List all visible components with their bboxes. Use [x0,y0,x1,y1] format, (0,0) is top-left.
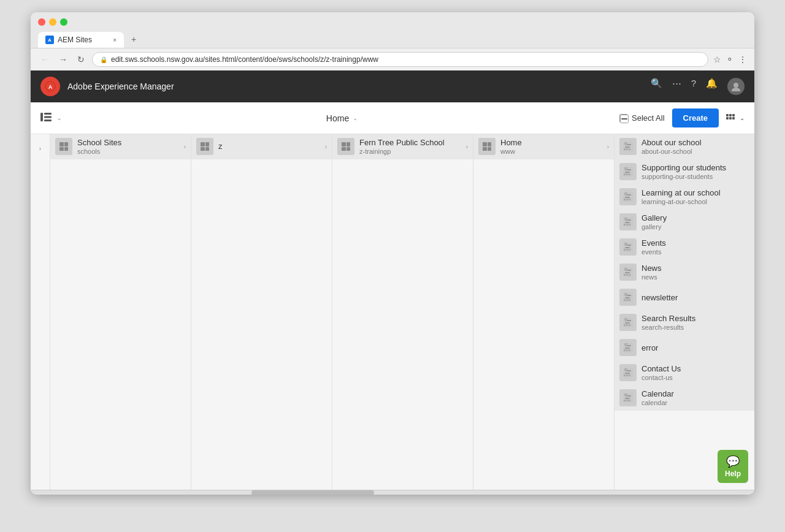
svg-rect-63 [629,274,630,276]
user-avatar[interactable] [727,78,745,95]
svg-rect-14 [729,117,732,120]
child-item[interactable]: Search Results search-results › [615,310,754,335]
svg-rect-100 [624,393,627,396]
child-item-slug: about-our-school [641,148,750,155]
child-item-slug: news [641,273,750,281]
menu-icon[interactable]: ⋮ [738,55,747,64]
child-item-name: Learning at our school [641,188,750,197]
active-tab[interactable]: A AEM Sites × [38,32,124,48]
maximize-traffic-light[interactable] [60,18,67,26]
bell-icon[interactable]: 🔔 [706,78,718,95]
svg-point-2 [733,83,738,88]
svg-rect-29 [624,173,626,175]
svg-rect-18 [625,146,630,148]
home-icon [478,138,496,155]
child-item-icon [619,314,637,331]
child-item-icon [619,188,637,205]
svg-rect-58 [625,272,630,273]
select-all-button[interactable]: Select All [619,113,664,123]
child-item-slug: gallery [641,223,750,230]
child-item[interactable]: Events events › [615,235,754,260]
svg-rect-31 [629,173,630,175]
child-item-name: Calendar [641,389,750,398]
svg-rect-6 [44,116,52,118]
account-icon[interactable]: ⚬ [726,55,733,64]
svg-rect-21 [624,148,626,150]
child-item-icon [619,339,637,356]
tab-close-button[interactable]: × [113,37,117,44]
home-breadcrumb-label[interactable]: Home [326,113,349,123]
breadcrumb-chevron: ⌄ [353,115,358,121]
svg-rect-5 [44,113,52,115]
svg-rect-101 [624,400,626,401]
child-item-icon [619,364,637,381]
svg-rect-87 [629,349,630,351]
home-item[interactable]: Home www › [473,134,614,159]
svg-rect-11 [729,114,732,116]
child-item[interactable]: News news › [615,260,754,285]
svg-rect-13 [726,117,729,120]
child-item-text: News news [641,264,750,281]
bookmark-icon[interactable]: ☆ [713,55,721,64]
svg-rect-90 [625,373,630,374]
svg-rect-34 [625,197,630,198]
svg-rect-39 [629,199,630,200]
child-item[interactable]: Gallery gallery › [615,210,754,235]
apps-icon[interactable]: ⋯ [672,78,681,95]
address-input[interactable]: 🔒 edit.sws.schools.nsw.gov.au/sites.html… [92,52,708,67]
svg-rect-28 [624,167,627,170]
select-all-checkbox[interactable] [619,114,628,123]
lock-icon: 🔒 [100,56,107,63]
minimize-traffic-light[interactable] [49,18,56,26]
search-icon[interactable]: 🔍 [651,78,662,95]
child-item[interactable]: Learning at our school learning-at-our-s… [615,184,754,210]
create-button[interactable]: Create [672,108,719,127]
svg-text:A: A [48,84,53,90]
child-item[interactable]: newsletter › [615,285,754,310]
svg-rect-23 [629,148,630,150]
help-button[interactable]: 💬 Help [718,450,748,483]
toolbar-actions: Select All Create ⌄ [619,108,745,127]
svg-rect-42 [625,222,630,223]
child-item[interactable]: Supporting our students supporting-our-s… [615,159,754,184]
child-item-icon [619,389,637,406]
column-expand-button[interactable]: › [39,145,41,152]
view-chevron: ⌄ [740,115,745,121]
forward-button[interactable]: → [56,53,70,66]
fern-tree-icon [337,138,354,155]
back-button[interactable]: ← [38,53,52,66]
home-name: Home [500,138,602,147]
child-item-name: newsletter [641,293,750,302]
child-item[interactable]: Calendar calendar › [615,386,754,411]
svg-rect-103 [629,400,630,401]
svg-rect-9 [621,118,627,120]
svg-rect-85 [624,349,626,351]
scrollbar-thumb[interactable] [251,490,374,495]
aem-nav-icons: 🔍 ⋯ ? 🔔 [651,78,745,95]
aem-logo[interactable]: A [40,77,60,96]
help-label: Help [725,469,741,478]
home-text: Home www [500,138,602,155]
new-tab-button[interactable]: + [125,31,142,48]
school-sites-item[interactable]: School Sites schools › [50,134,191,159]
svg-rect-38 [626,199,628,200]
reload-button[interactable]: ↻ [75,53,87,66]
child-item-icon [619,213,637,230]
fern-tree-item[interactable]: Fern Tree Public School z-trainingp › [332,134,473,159]
help-icon[interactable]: ? [691,78,696,95]
svg-rect-10 [726,114,729,116]
svg-rect-95 [629,374,630,376]
panel-chevron[interactable]: ⌄ [56,114,62,122]
z-icon [196,138,213,155]
view-toggle-button[interactable]: ⌄ [726,114,745,123]
aem-navbar: A Adobe Experience Manager 🔍 ⋯ ? 🔔 [31,70,754,102]
sidebar-toggle-button[interactable] [40,113,52,124]
child-item-text: Gallery gallery [641,213,750,230]
z-item[interactable]: z › [191,134,332,159]
child-item[interactable]: About our school about-our-school › [615,134,754,159]
svg-rect-71 [629,299,630,301]
close-traffic-light[interactable] [38,18,45,26]
horizontal-scrollbar[interactable] [31,490,754,495]
child-item[interactable]: error › [615,335,754,360]
child-item[interactable]: Contact Us contact-us › [615,360,754,386]
